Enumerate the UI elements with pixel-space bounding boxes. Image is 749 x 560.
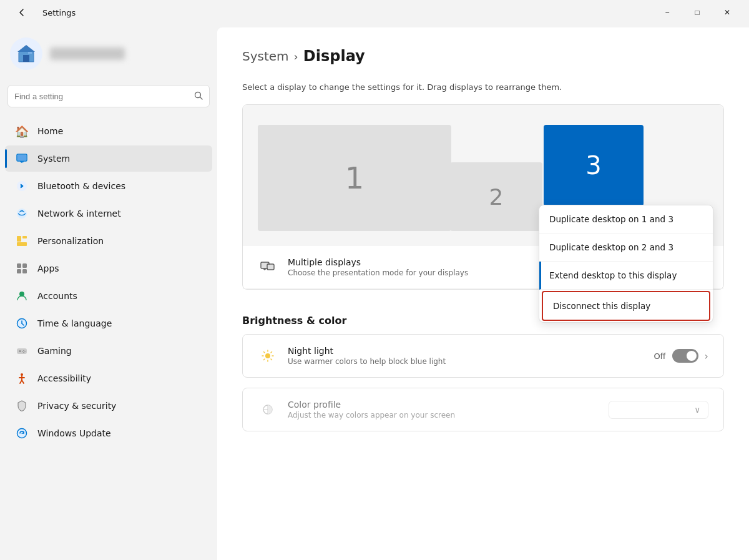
- gaming-icon: [15, 344, 29, 358]
- display-area[interactable]: 1 2 3 Identify Duplicate desktop on 1 an…: [243, 105, 723, 246]
- night-light-row[interactable]: Night light Use warmer colors to help bl…: [243, 335, 723, 377]
- night-light-desc: Use warmer colors to help block blue lig…: [288, 357, 654, 366]
- svg-rect-8: [17, 155, 26, 160]
- titlebar: Settings − □ ✕: [0, 0, 749, 25]
- svg-rect-14: [17, 236, 21, 242]
- content-area: System › Display Select a display to cha…: [217, 27, 749, 560]
- maximize-button[interactable]: □: [683, 2, 712, 22]
- svg-point-31: [22, 351, 23, 352]
- nav-item-system[interactable]: System: [5, 145, 212, 172]
- color-profile-row[interactable]: Color profile Adjust the way colors appe…: [243, 388, 723, 431]
- nav-item-network[interactable]: Network & internet: [5, 200, 212, 227]
- nav-item-privacy[interactable]: Privacy & security: [5, 393, 212, 419]
- svg-line-36: [22, 380, 24, 383]
- svg-rect-15: [22, 236, 27, 238]
- page-title: Display: [303, 47, 365, 65]
- nav-label-update: Windows Update: [37, 428, 111, 438]
- nav-item-home[interactable]: 🏠 Home: [5, 118, 212, 144]
- menu-item-dup-1-3[interactable]: Duplicate desktop on 1 and 3: [539, 205, 713, 233]
- svg-line-51: [271, 352, 272, 353]
- time-icon: [15, 317, 29, 330]
- nav-item-gaming[interactable]: Gaming: [5, 338, 212, 364]
- svg-rect-18: [17, 269, 21, 273]
- night-light-icon: [258, 346, 278, 366]
- display-arrangement-section: 1 2 3 Identify Duplicate desktop on 1 an…: [242, 104, 724, 290]
- privacy-icon: [15, 399, 29, 413]
- svg-line-49: [264, 352, 265, 353]
- svg-rect-43: [268, 265, 273, 269]
- app-title: Settings: [42, 8, 76, 17]
- nav-label-time: Time & language: [37, 318, 112, 328]
- svg-rect-17: [22, 263, 27, 268]
- personalization-icon: [15, 234, 29, 248]
- color-profile-desc: Adjust the way colors appear on your scr…: [288, 411, 609, 420]
- svg-line-50: [271, 359, 272, 360]
- color-profile-section: Color profile Adjust the way colors appe…: [242, 388, 724, 431]
- nav-item-accessibility[interactable]: Accessibility: [5, 365, 212, 391]
- night-light-chevron: ›: [705, 350, 708, 362]
- nav-label-accounts: Accounts: [37, 291, 77, 301]
- monitor-1[interactable]: 1: [258, 125, 451, 231]
- bluetooth-icon: [15, 179, 29, 193]
- nav-label-gaming: Gaming: [37, 346, 72, 356]
- nav-label-bluetooth: Bluetooth & devices: [37, 181, 125, 191]
- accessibility-icon: [15, 371, 29, 385]
- color-profile-select[interactable]: ∨: [609, 401, 708, 419]
- svg-point-29: [24, 351, 26, 352]
- home-icon: 🏠: [15, 124, 29, 138]
- night-light-title: Night light: [288, 346, 654, 356]
- night-light-toggle[interactable]: [672, 349, 698, 363]
- nav-label-network: Network & internet: [37, 209, 121, 219]
- nav-label-privacy: Privacy & security: [37, 401, 116, 411]
- search-box[interactable]: [7, 85, 210, 107]
- nav-label-home: Home: [37, 126, 63, 136]
- night-light-section: Night light Use warmer colors to help bl…: [242, 334, 724, 378]
- night-light-status: Off: [654, 351, 665, 361]
- minimize-button[interactable]: −: [653, 2, 682, 22]
- search-icon: [194, 91, 203, 102]
- color-profile-chevron: ∨: [694, 405, 700, 415]
- network-icon: [15, 207, 29, 220]
- breadcrumb: System › Display: [242, 47, 724, 65]
- svg-rect-2: [23, 55, 29, 62]
- svg-line-6: [200, 97, 203, 99]
- window-controls: − □ ✕: [653, 2, 742, 22]
- menu-item-extend[interactable]: Extend desktop to this display: [539, 262, 713, 290]
- search-input[interactable]: [14, 92, 189, 101]
- monitor-2[interactable]: 2: [450, 162, 542, 231]
- breadcrumb-parent[interactable]: System: [242, 49, 289, 64]
- sidebar: 🏠 Home System: [0, 25, 217, 560]
- nav-item-time[interactable]: Time & language: [5, 310, 212, 336]
- close-button[interactable]: ✕: [713, 2, 742, 22]
- multiple-displays-icon: [258, 257, 278, 277]
- color-profile-title: Color profile: [288, 400, 609, 410]
- svg-rect-13: [17, 242, 27, 246]
- nav-label-accessibility: Accessibility: [37, 373, 91, 383]
- display-description: Select a display to change the settings …: [242, 82, 724, 92]
- svg-rect-16: [17, 263, 21, 268]
- nav-label-personalization: Personalization: [37, 236, 104, 246]
- breadcrumb-chevron: ›: [294, 50, 298, 63]
- nav-item-bluetooth[interactable]: Bluetooth & devices: [5, 173, 212, 199]
- monitor-3[interactable]: 3: [544, 125, 644, 206]
- back-button[interactable]: [7, 2, 36, 22]
- avatar: [10, 37, 42, 70]
- nav-item-accounts[interactable]: Accounts: [5, 283, 212, 309]
- menu-item-dup-2-3[interactable]: Duplicate desktop on 2 and 3: [539, 233, 713, 262]
- accounts-icon: [15, 289, 29, 303]
- nav-item-personalization[interactable]: Personalization: [5, 228, 212, 254]
- main-window: 🏠 Home System: [0, 25, 749, 560]
- user-profile[interactable]: [0, 30, 217, 82]
- apps-icon: [15, 262, 29, 275]
- menu-item-disconnect[interactable]: Disconnect this display: [542, 291, 710, 321]
- nav-label-apps: Apps: [37, 263, 59, 273]
- svg-point-44: [265, 353, 270, 358]
- system-icon: [15, 152, 29, 165]
- display-dropdown-menu: Duplicate desktop on 1 and 3 Duplicate d…: [539, 205, 713, 323]
- nav-item-update[interactable]: Windows Update: [5, 420, 212, 446]
- nav-label-system: System: [37, 154, 70, 164]
- svg-line-52: [264, 359, 265, 360]
- color-profile-icon: [258, 400, 278, 420]
- nav-item-apps[interactable]: Apps: [5, 255, 212, 282]
- update-icon: [15, 426, 29, 440]
